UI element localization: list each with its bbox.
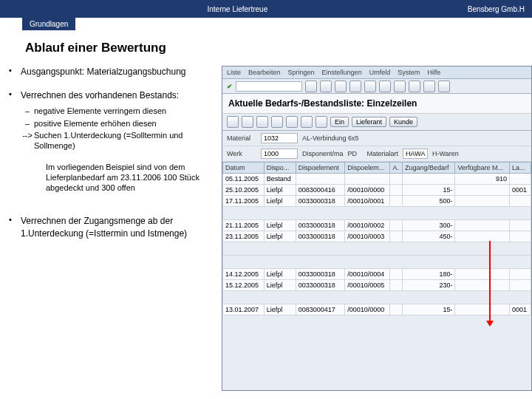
- tb2-icon-2[interactable]: [242, 116, 253, 128]
- werk-label: Werk: [227, 150, 256, 157]
- page-title: Interne Liefertreue: [7, 5, 468, 13]
- menu-system[interactable]: System: [398, 69, 420, 76]
- enter-icon[interactable]: ✔: [227, 83, 233, 90]
- materialart-desc: H-Waren: [432, 150, 459, 157]
- bullet-list: • Ausgangspunkt: Materialzugangsbuchung …: [9, 66, 222, 239]
- tb2-icon-7[interactable]: [316, 116, 327, 128]
- lieferant-button[interactable]: Lieferant: [352, 117, 386, 127]
- prev-page-icon[interactable]: [409, 81, 420, 92]
- werk-desc: Disponent/ma: [302, 150, 344, 157]
- print-icon[interactable]: [364, 81, 376, 92]
- grid-header: Dispoelement: [296, 163, 345, 174]
- sap-window-title: Aktuelle Bedarfs-/Bestandsliste: Einzelz…: [222, 94, 531, 114]
- find-icon[interactable]: [379, 81, 391, 92]
- table-row[interactable]: 15.12.2005Liefpl0033000318/00010/0005230…: [223, 280, 531, 291]
- table-row[interactable]: 13.01.2007Liefpl0083000417/00010/000015-…: [223, 304, 531, 316]
- bullet-2: Verrechnen des vorhandenen Bestands:: [21, 90, 179, 100]
- menu-bearbeiten[interactable]: Bearbeiten: [248, 69, 281, 76]
- menu-springen[interactable]: Springen: [288, 69, 315, 76]
- ein-button[interactable]: Ein: [330, 117, 349, 127]
- menu-umfeld[interactable]: Umfeld: [369, 69, 391, 76]
- menu-liste[interactable]: Liste: [227, 69, 241, 76]
- tb2-icon-6[interactable]: [301, 116, 313, 128]
- grid-header: Dispoelem...: [345, 163, 390, 174]
- sap-toolbar-1: ✔: [222, 79, 531, 94]
- red-arrow-annotation: [489, 241, 491, 322]
- menu-einstellungen[interactable]: Einstellungen: [322, 69, 362, 76]
- tb2-icon-4[interactable]: [271, 116, 283, 128]
- company-name: Bensberg Gmb.H: [468, 5, 525, 13]
- sub-2: positive Elemente erhöhen diesen: [34, 118, 222, 129]
- explain-text: Im vorliegenden Beispiel sind von dem Li…: [46, 162, 222, 194]
- material-desc: AL-Verbindung 6x5: [302, 134, 359, 142]
- first-page-icon[interactable]: [394, 81, 406, 92]
- sub-1: negative Elemente verringern diesen: [34, 106, 222, 116]
- material-input[interactable]: 1032: [261, 133, 298, 143]
- bullet-3: Verrechnen der Zugangsmenge ab der 1.Unt…: [21, 215, 222, 239]
- save-icon[interactable]: [305, 81, 317, 92]
- sap-window: Liste Bearbeiten Springen Einstellungen …: [222, 66, 532, 391]
- grid-header: La...: [509, 163, 531, 174]
- section-tab: Grundlagen: [22, 18, 75, 30]
- sub-bullet-list: –negative Elemente verringern diesen –po…: [21, 106, 222, 151]
- last-page-icon[interactable]: [438, 81, 450, 92]
- tb2-icon-3[interactable]: [256, 116, 268, 128]
- table-row[interactable]: 25.10.2005Liefpl0083000416/00010/000015-…: [223, 185, 531, 196]
- table-row[interactable]: 17.11.2005Liefpl0033000318/00010/0001500…: [223, 196, 531, 207]
- grid-header: Zugang/Bedarf: [403, 163, 455, 174]
- material-label: Material: [227, 134, 256, 142]
- grid-header: Dispo...: [264, 163, 296, 174]
- kunde-button[interactable]: Kunde: [389, 117, 417, 127]
- bullet-1: Ausgangspunkt: Materialzugangsbuchung: [21, 66, 222, 78]
- grid-header: Datum: [223, 163, 265, 174]
- cancel-icon[interactable]: [349, 81, 361, 92]
- slide-heading: Ablauf einer Bewertung: [25, 41, 532, 55]
- sap-grid: DatumDispo...DispoelementDispoelem...A.Z…: [222, 162, 531, 316]
- sub-3: Suchen 1.Unterdeckung (=Solltermin und S…: [34, 130, 222, 151]
- menu-hilfe[interactable]: Hilfe: [427, 69, 440, 76]
- grid-header: A.: [390, 163, 403, 174]
- tb2-icon-1[interactable]: [227, 116, 239, 128]
- table-row[interactable]: 23.11.2005Liefpl0033000318/00010/0003450…: [223, 231, 531, 242]
- grid-header: Verfügbare M...: [455, 163, 510, 174]
- disp-value: Materialart: [367, 150, 399, 157]
- materialart-input[interactable]: HAWA: [403, 149, 428, 159]
- disp-label: PD: [348, 150, 363, 157]
- sap-toolbar-2: Ein Lieferant Kunde: [222, 114, 531, 131]
- exit-icon[interactable]: [335, 81, 347, 92]
- sap-menubar: Liste Bearbeiten Springen Einstellungen …: [222, 66, 531, 79]
- table-row[interactable]: 21.11.2005Liefpl0033000318/00010/0002300…: [223, 220, 531, 231]
- back-icon[interactable]: [320, 81, 332, 92]
- werk-input[interactable]: 1000: [261, 149, 298, 159]
- command-field[interactable]: [236, 81, 302, 92]
- table-row[interactable]: 14.12.2005Liefpl0033000318/00010/0004180…: [223, 269, 531, 280]
- table-row[interactable]: 05.11.2005Bestand910: [223, 174, 531, 185]
- next-page-icon[interactable]: [423, 81, 435, 92]
- tb2-icon-5[interactable]: [286, 116, 298, 128]
